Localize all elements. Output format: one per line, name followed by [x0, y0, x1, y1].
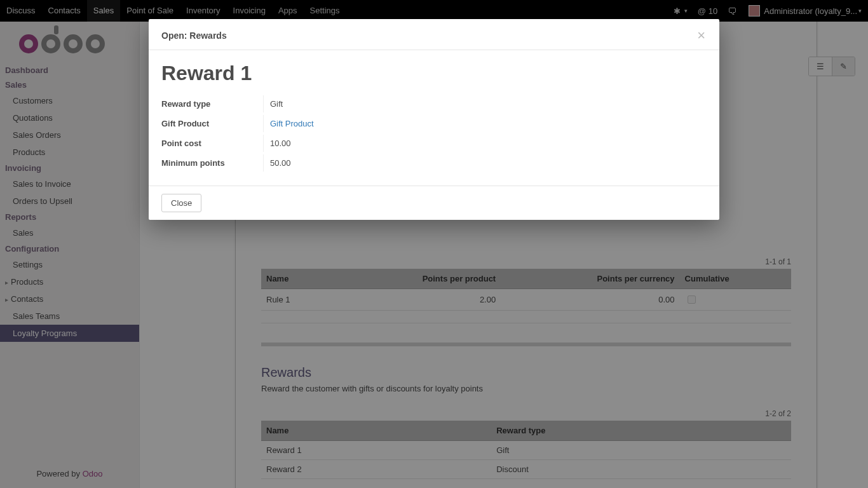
field-value-point-cost: 10.00 [263, 135, 297, 152]
field-value-reward-type: Gift [263, 95, 289, 112]
close-icon[interactable]: × [696, 31, 707, 40]
field-label-min-points: Minimum points [161, 154, 263, 172]
modal-dialog: Open: Rewards × Reward 1 Reward type Gif… [149, 19, 719, 220]
close-button[interactable]: Close [161, 194, 201, 212]
field-label-reward-type: Reward type [161, 95, 263, 112]
modal-title: Open: Rewards [161, 30, 227, 41]
field-label-gift-product: Gift Product [161, 115, 263, 132]
modal-record-name: Reward 1 [161, 62, 707, 85]
gift-product-link[interactable]: Gift Product [270, 119, 314, 128]
field-value-min-points: 50.00 [263, 154, 297, 172]
field-label-point-cost: Point cost [161, 135, 263, 152]
modal-header: Open: Rewards × [149, 19, 719, 50]
modal-overlay[interactable]: Open: Rewards × Reward 1 Reward type Gif… [0, 0, 868, 488]
